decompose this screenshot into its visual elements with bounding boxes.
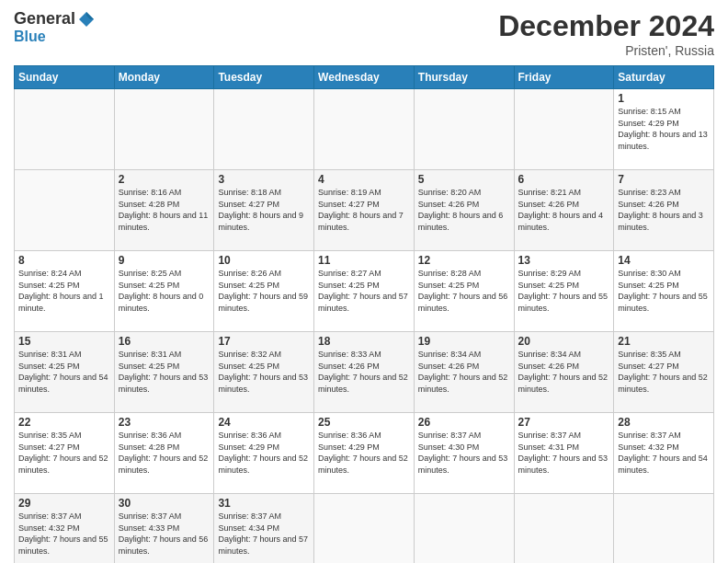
empty-cell (15, 89, 115, 170)
calendar-cell: 18Sunrise: 8:33 AMSunset: 4:26 PMDayligh… (314, 332, 415, 413)
empty-cell (414, 89, 514, 170)
day-info: Sunrise: 8:30 AMSunset: 4:25 PMDaylight:… (618, 268, 710, 314)
day-number: 23 (119, 416, 210, 429)
calendar-cell (15, 170, 115, 251)
calendar-week-6: 29Sunrise: 8:37 AMSunset: 4:32 PMDayligh… (15, 494, 714, 564)
day-info: Sunrise: 8:26 AMSunset: 4:25 PMDaylight:… (218, 268, 310, 314)
day-info: Sunrise: 8:37 AMSunset: 4:34 PMDaylight:… (218, 511, 310, 557)
day-number: 13 (518, 254, 610, 267)
day-number: 5 (418, 173, 510, 186)
calendar-cell (414, 494, 514, 564)
calendar-cell: 26Sunrise: 8:37 AMSunset: 4:30 PMDayligh… (414, 413, 514, 494)
day-info: Sunrise: 8:37 AMSunset: 4:32 PMDaylight:… (18, 511, 110, 557)
day-number: 4 (318, 173, 410, 186)
calendar-cell: 4Sunrise: 8:19 AMSunset: 4:27 PMDaylight… (314, 170, 415, 251)
day-info: Sunrise: 8:37 AMSunset: 4:30 PMDaylight:… (418, 430, 510, 476)
calendar-cell: 10Sunrise: 8:26 AMSunset: 4:25 PMDayligh… (214, 251, 314, 332)
day-info: Sunrise: 8:37 AMSunset: 4:31 PMDaylight:… (518, 430, 610, 476)
empty-cell (314, 89, 415, 170)
day-number: 31 (218, 497, 310, 510)
day-info: Sunrise: 8:21 AMSunset: 4:26 PMDaylight:… (518, 187, 610, 233)
calendar-cell: 9Sunrise: 8:25 AMSunset: 4:25 PMDaylight… (114, 251, 214, 332)
day-header-wednesday: Wednesday (314, 66, 415, 89)
calendar-table: SundayMondayTuesdayWednesdayThursdayFrid… (14, 65, 714, 563)
day-number: 7 (618, 173, 710, 186)
day-info: Sunrise: 8:36 AMSunset: 4:29 PMDaylight:… (318, 430, 410, 476)
calendar-cell: 7Sunrise: 8:23 AMSunset: 4:26 PMDaylight… (614, 170, 714, 251)
logo: General Blue (14, 9, 96, 45)
day-number: 8 (18, 254, 110, 267)
day-info: Sunrise: 8:31 AMSunset: 4:25 PMDaylight:… (18, 349, 110, 395)
day-info: Sunrise: 8:32 AMSunset: 4:25 PMDaylight:… (218, 349, 310, 395)
day-info: Sunrise: 8:18 AMSunset: 4:27 PMDaylight:… (218, 187, 310, 233)
day-number: 24 (218, 416, 310, 429)
day-info: Sunrise: 8:28 AMSunset: 4:25 PMDaylight:… (418, 268, 510, 314)
day-info: Sunrise: 8:25 AMSunset: 4:25 PMDaylight:… (119, 268, 210, 314)
calendar-week-1: 1Sunrise: 8:15 AMSunset: 4:29 PMDaylight… (15, 89, 714, 170)
calendar-cell: 25Sunrise: 8:36 AMSunset: 4:29 PMDayligh… (314, 413, 415, 494)
logo-icon (77, 10, 96, 29)
day-header-thursday: Thursday (414, 66, 514, 89)
calendar-week-4: 15Sunrise: 8:31 AMSunset: 4:25 PMDayligh… (15, 332, 714, 413)
day-number: 9 (119, 254, 210, 267)
day-number: 26 (418, 416, 510, 429)
calendar-cell: 20Sunrise: 8:34 AMSunset: 4:26 PMDayligh… (514, 332, 614, 413)
calendar-cell: 28Sunrise: 8:37 AMSunset: 4:32 PMDayligh… (614, 413, 714, 494)
day-number: 18 (318, 335, 410, 348)
empty-cell (514, 89, 614, 170)
day-number: 10 (218, 254, 310, 267)
calendar-header-row: SundayMondayTuesdayWednesdayThursdayFrid… (15, 66, 714, 89)
day-number: 15 (18, 335, 110, 348)
day-info: Sunrise: 8:19 AMSunset: 4:27 PMDaylight:… (318, 187, 410, 233)
day-number: 2 (119, 173, 210, 186)
day-header-sunday: Sunday (15, 66, 115, 89)
day-number: 11 (318, 254, 410, 267)
calendar-cell: 27Sunrise: 8:37 AMSunset: 4:31 PMDayligh… (514, 413, 614, 494)
calendar-cell: 13Sunrise: 8:29 AMSunset: 4:25 PMDayligh… (514, 251, 614, 332)
day-info: Sunrise: 8:37 AMSunset: 4:33 PMDaylight:… (119, 511, 210, 557)
day-number: 22 (18, 416, 110, 429)
page: General Blue December 2024 Pristen', Rus… (0, 0, 728, 563)
day-info: Sunrise: 8:34 AMSunset: 4:26 PMDaylight:… (518, 349, 610, 395)
calendar-cell: 16Sunrise: 8:31 AMSunset: 4:25 PMDayligh… (114, 332, 214, 413)
calendar-cell: 14Sunrise: 8:30 AMSunset: 4:25 PMDayligh… (614, 251, 714, 332)
day-number: 25 (318, 416, 410, 429)
calendar-week-5: 22Sunrise: 8:35 AMSunset: 4:27 PMDayligh… (15, 413, 714, 494)
calendar-cell: 5Sunrise: 8:20 AMSunset: 4:26 PMDaylight… (414, 170, 514, 251)
location: Pristen', Russia (498, 43, 714, 58)
day-number: 3 (218, 173, 310, 186)
day-number: 14 (618, 254, 710, 267)
day-header-tuesday: Tuesday (214, 66, 314, 89)
day-header-monday: Monday (114, 66, 214, 89)
day-info: Sunrise: 8:35 AMSunset: 4:27 PMDaylight:… (618, 349, 710, 395)
day-info: Sunrise: 8:15 AMSunset: 4:29 PMDaylight:… (618, 106, 710, 152)
day-info: Sunrise: 8:16 AMSunset: 4:28 PMDaylight:… (119, 187, 210, 233)
calendar-week-2: 2Sunrise: 8:16 AMSunset: 4:28 PMDaylight… (15, 170, 714, 251)
calendar-day-1: 1Sunrise: 8:15 AMSunset: 4:29 PMDaylight… (614, 89, 714, 170)
calendar-cell: 31Sunrise: 8:37 AMSunset: 4:34 PMDayligh… (214, 494, 314, 564)
calendar-cell: 11Sunrise: 8:27 AMSunset: 4:25 PMDayligh… (314, 251, 415, 332)
day-info: Sunrise: 8:20 AMSunset: 4:26 PMDaylight:… (418, 187, 510, 233)
day-header-friday: Friday (514, 66, 614, 89)
calendar-cell: 15Sunrise: 8:31 AMSunset: 4:25 PMDayligh… (15, 332, 115, 413)
calendar-cell: 23Sunrise: 8:36 AMSunset: 4:28 PMDayligh… (114, 413, 214, 494)
calendar-week-3: 8Sunrise: 8:24 AMSunset: 4:25 PMDaylight… (15, 251, 714, 332)
logo-general-text: General (14, 9, 75, 29)
day-number: 6 (518, 173, 610, 186)
day-info: Sunrise: 8:29 AMSunset: 4:25 PMDaylight:… (518, 268, 610, 314)
calendar-cell: 22Sunrise: 8:35 AMSunset: 4:27 PMDayligh… (15, 413, 115, 494)
day-number: 20 (518, 335, 610, 348)
day-info: Sunrise: 8:36 AMSunset: 4:29 PMDaylight:… (218, 430, 310, 476)
day-header-saturday: Saturday (614, 66, 714, 89)
day-info: Sunrise: 8:33 AMSunset: 4:26 PMDaylight:… (318, 349, 410, 395)
calendar-cell: 17Sunrise: 8:32 AMSunset: 4:25 PMDayligh… (214, 332, 314, 413)
calendar-cell: 8Sunrise: 8:24 AMSunset: 4:25 PMDaylight… (15, 251, 115, 332)
day-number: 12 (418, 254, 510, 267)
calendar-cell (614, 494, 714, 564)
logo-blue-text: Blue (14, 29, 46, 44)
calendar-cell (314, 494, 415, 564)
day-number: 17 (218, 335, 310, 348)
day-number: 28 (618, 416, 710, 429)
day-number: 30 (119, 497, 210, 510)
day-number: 27 (518, 416, 610, 429)
